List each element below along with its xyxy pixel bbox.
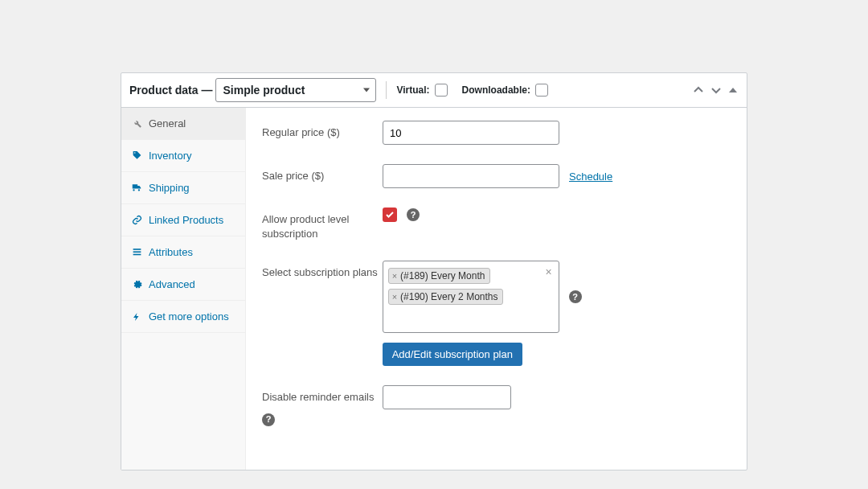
panel-header: Product data — Simple product Virtual: D… <box>121 73 747 108</box>
plan-chip: × (#190) Every 2 Months <box>388 289 504 305</box>
tab-label: Advanced <box>149 278 195 290</box>
svg-rect-1 <box>133 251 141 253</box>
field-regular-price: Regular price ($) <box>262 121 731 145</box>
tab-shipping[interactable]: Shipping <box>121 172 245 204</box>
help-icon[interactable]: ? <box>407 208 420 221</box>
tab-attributes[interactable]: Attributes <box>121 236 245 269</box>
downloadable-label: Downloadable: <box>462 84 530 96</box>
field-allow-subscription: Allow product level subscription ? <box>262 208 731 241</box>
regular-price-input[interactable] <box>383 121 559 145</box>
tabs-list: General Inventory Shipping Linked Produc… <box>121 108 246 470</box>
chip-label: (#189) Every Month <box>400 270 485 281</box>
svg-rect-0 <box>133 249 141 250</box>
select-plans-label: Select subscription plans <box>262 261 383 280</box>
product-type-select[interactable]: Simple product <box>215 78 376 102</box>
disable-reminder-label: Disable reminder emails <box>262 390 374 405</box>
help-icon[interactable]: ? <box>569 290 582 303</box>
field-disable-reminder: Disable reminder emails ? <box>262 385 731 425</box>
product-data-panel: Product data — Simple product Virtual: D… <box>121 72 747 471</box>
disable-reminder-input[interactable] <box>383 385 511 409</box>
subscription-plans-select[interactable]: × × (#189) Every Month × (#190) Every 2 … <box>383 261 559 333</box>
allow-subscription-label: Allow product level subscription <box>262 208 383 241</box>
tab-inventory[interactable]: Inventory <box>121 140 245 172</box>
help-icon[interactable]: ? <box>262 413 275 426</box>
plan-chip: × (#189) Every Month <box>388 268 491 284</box>
tab-label: Linked Products <box>149 214 223 226</box>
tab-label: General <box>149 117 186 129</box>
collapse-icon[interactable] <box>727 84 739 96</box>
gear-icon <box>131 279 142 290</box>
virtual-label: Virtual: <box>396 84 429 96</box>
tab-label: Inventory <box>149 150 191 162</box>
wrench-icon <box>131 118 142 129</box>
virtual-checkbox[interactable] <box>435 84 448 97</box>
svg-rect-2 <box>133 254 141 256</box>
regular-price-label: Regular price ($) <box>262 121 383 140</box>
move-up-icon[interactable] <box>692 84 705 97</box>
add-edit-plan-button[interactable]: Add/Edit subscription plan <box>383 343 522 366</box>
chip-remove-icon[interactable]: × <box>392 271 397 281</box>
bolt-icon <box>131 311 142 323</box>
link-icon <box>131 215 142 226</box>
tab-get-more-options[interactable]: Get more options <box>121 301 245 333</box>
tag-icon <box>131 150 142 162</box>
clear-all-icon[interactable]: × <box>545 266 551 277</box>
allow-subscription-checkbox[interactable] <box>383 208 397 222</box>
tab-label: Get more options <box>149 310 229 323</box>
chip-label: (#190) Every 2 Months <box>400 291 497 302</box>
sale-price-input[interactable] <box>383 164 559 188</box>
tab-general[interactable]: General <box>121 108 245 140</box>
separator <box>386 81 387 99</box>
schedule-link[interactable]: Schedule <box>569 171 612 183</box>
tab-label: Attributes <box>149 246 193 258</box>
list-icon <box>131 247 142 258</box>
tab-label: Shipping <box>149 182 190 194</box>
downloadable-checkbox[interactable] <box>535 84 548 97</box>
move-down-icon[interactable] <box>710 84 723 97</box>
truck-icon <box>131 183 142 194</box>
panel-body: General Inventory Shipping Linked Produc… <box>121 108 747 470</box>
tab-content: Regular price ($) Sale price ($) Schedul… <box>246 108 747 470</box>
field-select-plans: Select subscription plans × × (#189) Eve… <box>262 261 731 366</box>
chip-remove-icon[interactable]: × <box>392 292 397 302</box>
panel-title: Product data — <box>129 84 212 97</box>
tab-advanced[interactable]: Advanced <box>121 269 245 301</box>
sale-price-label: Sale price ($) <box>262 164 383 183</box>
tab-linked-products[interactable]: Linked Products <box>121 204 245 236</box>
field-sale-price: Sale price ($) Schedule <box>262 164 731 188</box>
